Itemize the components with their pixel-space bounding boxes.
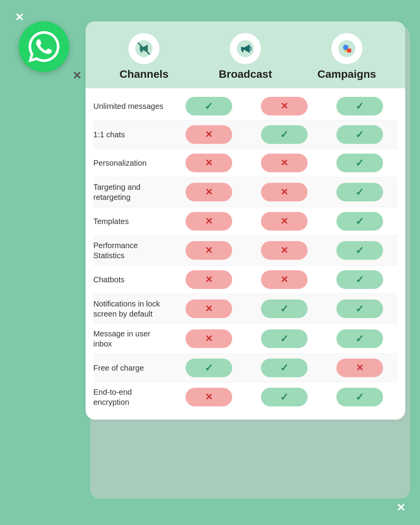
channels-badge: ✕: [186, 154, 232, 172]
campaigns-badge-col: ✓: [322, 183, 397, 201]
channels-badge: ✕: [186, 212, 232, 231]
broadcast-header: Broadcast: [195, 33, 296, 80]
feature-label: Templates: [93, 216, 171, 226]
feature-label: Unlimited messages: [93, 101, 171, 111]
campaigns-badge: ✓: [336, 299, 383, 318]
table-row: Targeting and retargeting✕✕✓: [93, 177, 397, 207]
svg-rect-8: [347, 49, 351, 52]
campaigns-badge: ✓: [336, 212, 383, 231]
campaigns-badge-col: ✕: [322, 359, 397, 377]
channels-badge-col: ✕: [171, 299, 247, 318]
channels-badge: ✕: [186, 125, 232, 144]
broadcast-badge-col: ✕: [247, 212, 322, 231]
channels-badge-col: ✕: [171, 270, 247, 289]
table-row: End-to-end encryption✕✓✓: [93, 382, 397, 412]
broadcast-badge: ✓: [261, 388, 308, 406]
channels-label: Channels: [119, 68, 168, 80]
broadcast-badge-col: ✓: [247, 329, 322, 348]
broadcast-badge-col: ✕: [247, 97, 322, 116]
table-row: 1:1 chats✕✓✓: [93, 121, 397, 149]
broadcast-label: Broadcast: [219, 68, 272, 80]
feature-label: Targeting and retargeting: [93, 182, 171, 202]
channels-badge: ✕: [186, 329, 232, 348]
feature-label: 1:1 chats: [93, 130, 171, 140]
channels-badge: ✓: [186, 97, 232, 116]
table-row: Personalization✕✕✓: [93, 149, 397, 177]
campaigns-badge: ✓: [336, 125, 383, 144]
header-row: Channels Broadcast: [86, 21, 405, 88]
channels-icon: [135, 39, 153, 58]
channels-badge: ✓: [186, 359, 232, 377]
close-button-bottom-right[interactable]: ✕: [396, 501, 405, 514]
close-button-top-left[interactable]: ✕: [15, 11, 24, 24]
campaigns-header: Campaigns: [296, 33, 397, 80]
campaigns-badge: ✓: [336, 241, 383, 260]
campaigns-badge: ✓: [336, 270, 383, 289]
comparison-card: Channels Broadcast: [86, 21, 405, 420]
feature-label: Notifications in lock screen by default: [93, 299, 171, 319]
campaigns-badge-col: ✓: [322, 241, 397, 260]
table-row: Notifications in lock screen by default✕…: [93, 294, 397, 324]
channels-badge-col: ✕: [171, 154, 247, 172]
table-row: Chatbots✕✕✓: [93, 266, 397, 294]
table-row: Unlimited messages✓✕✓: [93, 92, 397, 121]
channels-badge: ✕: [186, 241, 232, 260]
broadcast-badge: ✓: [261, 299, 308, 318]
campaigns-badge-col: ✓: [322, 212, 397, 231]
channels-badge-col: ✕: [171, 241, 247, 260]
broadcast-badge: ✓: [261, 359, 308, 377]
broadcast-badge: ✕: [261, 212, 308, 231]
campaigns-badge-col: ✓: [322, 125, 397, 144]
campaigns-icon-circle: [331, 33, 362, 64]
broadcast-badge-col: ✓: [247, 125, 322, 144]
table-body: Unlimited messages✓✕✓1:1 chats✕✓✓Persona…: [86, 88, 405, 420]
campaigns-badge-col: ✓: [322, 299, 397, 318]
channels-badge: ✕: [186, 183, 232, 201]
broadcast-badge-col: ✕: [247, 241, 322, 260]
broadcast-badge: ✓: [261, 329, 308, 348]
campaigns-badge: ✓: [336, 97, 383, 116]
feature-label: Personalization: [93, 158, 171, 168]
svg-rect-4: [242, 50, 243, 52]
broadcast-badge-col: ✕: [247, 270, 322, 289]
campaigns-label: Campaigns: [317, 68, 376, 80]
broadcast-badge: ✕: [261, 241, 308, 260]
channels-badge-col: ✕: [171, 388, 247, 406]
campaigns-badge: ✓: [336, 388, 383, 406]
table-row: Message in user inbox✕✓✓: [93, 324, 397, 354]
broadcast-badge: ✕: [261, 270, 308, 289]
broadcast-icon-circle: [230, 33, 261, 64]
feature-label: Message in user inbox: [93, 329, 171, 349]
channels-badge-col: ✓: [171, 359, 247, 377]
channels-badge: ✕: [186, 388, 232, 406]
broadcast-badge-col: ✕: [247, 154, 322, 172]
campaigns-icon: [338, 39, 356, 58]
broadcast-badge: ✕: [261, 97, 308, 116]
broadcast-icon: [236, 39, 255, 58]
campaigns-badge-col: ✓: [322, 270, 397, 289]
whatsapp-icon: [28, 31, 60, 62]
campaigns-badge-col: ✓: [322, 97, 397, 116]
broadcast-badge-col: ✓: [247, 359, 322, 377]
feature-label: Performance Statistics: [93, 240, 171, 261]
whatsapp-logo: [19, 21, 69, 72]
channels-icon-circle: [128, 33, 159, 64]
campaigns-badge-col: ✓: [322, 329, 397, 348]
feature-label: Chatbots: [93, 275, 171, 285]
channels-badge-col: ✕: [171, 212, 247, 231]
campaigns-badge-col: ✓: [322, 154, 397, 172]
broadcast-badge-col: ✕: [247, 183, 322, 201]
channels-badge-col: ✓: [171, 97, 247, 116]
channels-badge: ✕: [186, 270, 232, 289]
feature-label: End-to-end encryption: [93, 387, 171, 407]
broadcast-badge: ✕: [261, 183, 308, 201]
campaigns-badge: ✓: [336, 183, 383, 201]
campaigns-badge: ✓: [336, 154, 383, 172]
campaigns-badge: ✓: [336, 329, 383, 348]
campaigns-badge-col: ✓: [322, 388, 397, 406]
channels-header: Channels: [93, 33, 195, 80]
table-row: Performance Statistics✕✕✓: [93, 236, 397, 266]
svg-rect-1: [141, 50, 142, 52]
channels-badge-col: ✕: [171, 329, 247, 348]
broadcast-badge-col: ✓: [247, 388, 322, 406]
